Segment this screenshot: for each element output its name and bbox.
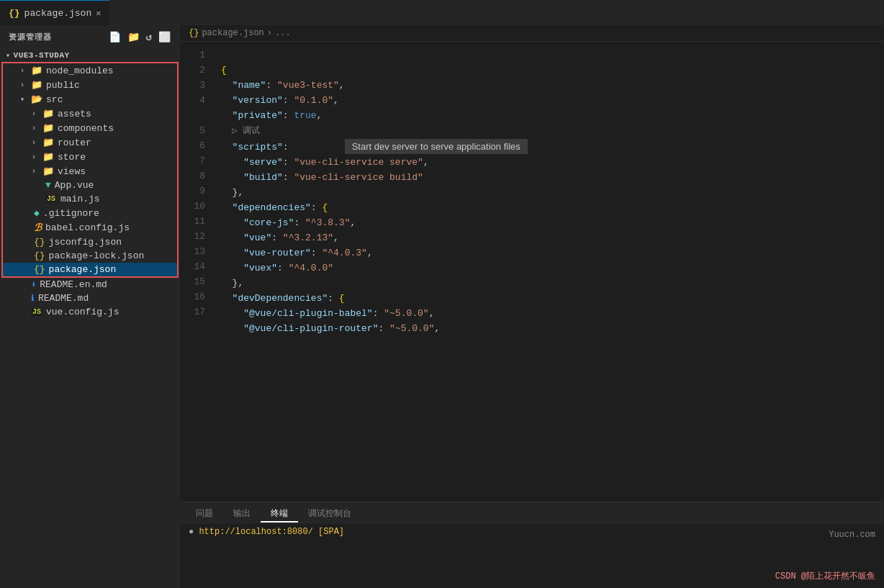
code-editor[interactable]: 1 2 3 4 5 6 7 8 9 10 11 12 13 14 15 16 1… bbox=[180, 42, 884, 502]
yuucn-watermark: Yuucn.com bbox=[829, 530, 875, 540]
chevron-right-icon: › bbox=[32, 139, 36, 147]
folder-icon: 📁 bbox=[31, 79, 42, 91]
readme-icon: ℹ bbox=[31, 293, 35, 304]
folder-icon: 📁 bbox=[42, 166, 54, 177]
tree-label: ⬇ README.en.md bbox=[6, 279, 174, 290]
tree-label: ▼ App.vue bbox=[9, 180, 171, 191]
new-folder-icon[interactable]: 📁 bbox=[127, 31, 140, 43]
tree-item-babel-config[interactable]: ℬ babel.config.js bbox=[3, 220, 177, 235]
sidebar-title: 资源管理器 bbox=[9, 32, 52, 42]
tree-item-main-js[interactable]: JS main.js bbox=[3, 192, 177, 206]
tree-item-router[interactable]: › 📁 router bbox=[3, 135, 177, 150]
tree-item-views[interactable]: › 📁 views bbox=[3, 164, 177, 178]
tree-label: {} package.json bbox=[9, 264, 171, 275]
chevron-right-icon: › bbox=[32, 168, 36, 176]
new-file-icon[interactable]: 📄 bbox=[109, 31, 122, 43]
breadcrumb-file-icon: {} bbox=[189, 28, 199, 38]
tree-item-jsconfig[interactable]: {} jsconfig.json bbox=[3, 235, 177, 249]
tab-package-json[interactable]: {} package.json ✕ bbox=[0, 0, 109, 25]
yuucn-text: Yuucn.com bbox=[829, 530, 875, 540]
item-label: babel.config.js bbox=[45, 222, 130, 233]
tree-item-node-modules[interactable]: › 📁 node_modules bbox=[3, 63, 177, 78]
tree-label: ℹ README.md bbox=[6, 293, 174, 304]
tab-close-button[interactable]: ✕ bbox=[96, 8, 101, 19]
tree-label: ◆ .gitignore bbox=[9, 207, 171, 219]
vue-icon: ▼ bbox=[45, 180, 51, 191]
explorer-tree: ▾ VUE3-STUDAY › 📁 node_modules › bbox=[0, 49, 180, 588]
item-label: README.en.md bbox=[40, 279, 107, 290]
bottom-panel: 问题 输出 终端 调试控制台 ● http://localhost:8080/ … bbox=[180, 502, 884, 588]
tree-item-components[interactable]: › 📁 components bbox=[3, 121, 177, 135]
red-border-group: › 📁 node_modules › 📁 public bbox=[1, 62, 179, 278]
code-content[interactable]: { "name": "vue3-test", "version": "0.1.0… bbox=[212, 42, 884, 502]
tab-label: 问题 bbox=[196, 509, 213, 519]
tree-item-gitignore[interactable]: ◆ .gitignore bbox=[3, 206, 177, 220]
tab-label: 终端 bbox=[271, 509, 288, 519]
item-label: node_modules bbox=[46, 65, 114, 76]
chevron-down-icon: ▾ bbox=[6, 51, 11, 60]
item-label: main.js bbox=[60, 194, 100, 204]
item-label: store bbox=[58, 152, 86, 163]
folder-open-icon: 📂 bbox=[31, 94, 42, 105]
breadcrumb-filename: package.json bbox=[202, 28, 263, 38]
tab-terminal[interactable]: 终端 bbox=[261, 505, 298, 523]
main-layout: 资源管理器 📄 📁 ↺ ⬜ ▾ VUE3-STUDAY › 📁 bbox=[0, 25, 884, 588]
chevron-right-icon: › bbox=[20, 67, 24, 75]
tree-item-assets[interactable]: › 📁 assets bbox=[3, 107, 177, 121]
folder-icon: 📁 bbox=[31, 65, 42, 76]
chevron-right-icon: › bbox=[20, 81, 24, 89]
refresh-icon[interactable]: ↺ bbox=[146, 31, 153, 43]
item-label: assets bbox=[58, 109, 91, 119]
tree-label: ▾ 📂 src bbox=[9, 94, 171, 105]
tree-item-vue-config[interactable]: JS vue.config.js bbox=[0, 305, 180, 319]
json-icon: {} bbox=[34, 237, 45, 248]
item-label: src bbox=[46, 94, 63, 105]
js-icon: JS bbox=[31, 308, 42, 316]
tree-item-package-json[interactable]: {} package.json bbox=[3, 263, 177, 276]
tab-problems[interactable]: 问题 bbox=[186, 505, 223, 523]
folder-icon: 📁 bbox=[42, 137, 54, 148]
folder-icon: 📁 bbox=[42, 108, 54, 119]
tree-item-app-vue[interactable]: ▼ App.vue bbox=[3, 178, 177, 192]
item-label: README.md bbox=[38, 293, 89, 304]
breadcrumb: {} package.json › ... bbox=[180, 25, 884, 42]
sidebar-header-icons: 📄 📁 ↺ ⬜ bbox=[109, 31, 171, 43]
item-label: views bbox=[58, 166, 86, 177]
breadcrumb-separator: › bbox=[267, 28, 272, 38]
item-label: package-lock.json bbox=[49, 250, 145, 261]
chevron-down-icon: ▾ bbox=[20, 95, 24, 104]
collapse-icon[interactable]: ⬜ bbox=[158, 31, 171, 43]
tree-item-public[interactable]: › 📁 public bbox=[3, 78, 177, 92]
tree-label: › 📁 views bbox=[9, 166, 171, 177]
panel-content: ● http://localhost:8080/ [SPA] CSDN @陌上花… bbox=[180, 524, 884, 588]
tree-label: › 📁 assets bbox=[9, 108, 171, 119]
tab-label: 输出 bbox=[233, 509, 251, 519]
tree-label: ℬ babel.config.js bbox=[9, 222, 171, 234]
tab-debug-console[interactable]: 调试控制台 bbox=[298, 505, 361, 523]
gitignore-icon: ◆ bbox=[34, 207, 40, 219]
tree-item-readme[interactable]: ℹ README.md bbox=[0, 291, 180, 305]
tree-label: {} package-lock.json bbox=[9, 250, 171, 261]
tree-item-src[interactable]: ▾ 📂 src bbox=[3, 92, 177, 107]
tree-label: › 📁 public bbox=[9, 79, 171, 91]
project-name: VUE3-STUDAY bbox=[14, 51, 70, 60]
item-label: public bbox=[46, 80, 80, 91]
item-label: App.vue bbox=[55, 180, 94, 191]
chevron-right-icon: › bbox=[32, 125, 36, 132]
tree-label: › 📁 router bbox=[9, 137, 171, 148]
watermark-text: CSDN @陌上花开然不皈鱼 bbox=[775, 571, 875, 582]
tree-item-readme-en[interactable]: ⬇ README.en.md bbox=[0, 278, 180, 291]
breadcrumb-more: ... bbox=[275, 28, 291, 38]
item-label: components bbox=[58, 123, 114, 134]
tree-item-package-lock[interactable]: {} package-lock.json bbox=[3, 249, 177, 263]
tab-label: package.json bbox=[24, 8, 92, 19]
json-icon: {} bbox=[34, 264, 45, 275]
editor-area: {} package.json › ... 1 2 3 4 5 6 7 8 9 … bbox=[180, 25, 884, 588]
tree-label: › 📁 components bbox=[9, 122, 171, 134]
project-root[interactable]: ▾ VUE3-STUDAY bbox=[0, 49, 180, 62]
tree-item-store[interactable]: › 📁 store bbox=[3, 150, 177, 164]
chevron-right-icon: › bbox=[32, 110, 36, 118]
json-icon: {} bbox=[34, 250, 45, 261]
chevron-right-icon: › bbox=[32, 153, 36, 161]
tab-output[interactable]: 输出 bbox=[223, 505, 261, 523]
